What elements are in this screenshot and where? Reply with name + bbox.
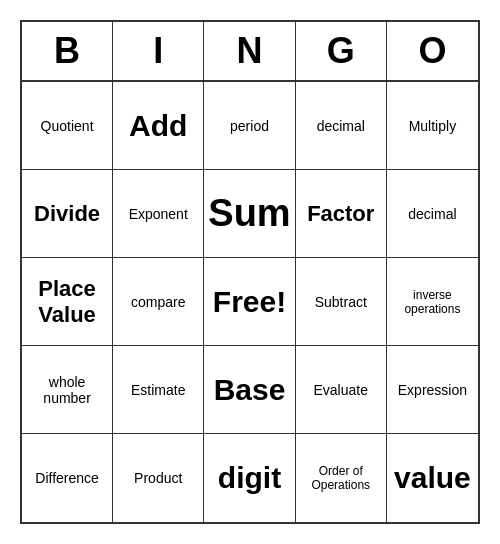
- bingo-cell: Multiply: [387, 82, 478, 170]
- bingo-cell: Place Value: [22, 258, 113, 346]
- header-letter: B: [22, 22, 113, 80]
- header-letter: I: [113, 22, 204, 80]
- bingo-card: BINGO QuotientAddperioddecimalMultiplyDi…: [20, 20, 480, 524]
- bingo-cell: decimal: [387, 170, 478, 258]
- bingo-cell: Sum: [204, 170, 295, 258]
- bingo-cell: Factor: [296, 170, 387, 258]
- bingo-grid: QuotientAddperioddecimalMultiplyDivideEx…: [22, 82, 478, 522]
- bingo-cell: Order of Operations: [296, 434, 387, 522]
- bingo-cell: Product: [113, 434, 204, 522]
- bingo-cell: Quotient: [22, 82, 113, 170]
- bingo-header: BINGO: [22, 22, 478, 82]
- bingo-cell: value: [387, 434, 478, 522]
- bingo-cell: Subtract: [296, 258, 387, 346]
- bingo-cell: decimal: [296, 82, 387, 170]
- bingo-cell: compare: [113, 258, 204, 346]
- header-letter: N: [204, 22, 295, 80]
- bingo-cell: Base: [204, 346, 295, 434]
- bingo-cell: digit: [204, 434, 295, 522]
- bingo-cell: Free!: [204, 258, 295, 346]
- bingo-cell: Difference: [22, 434, 113, 522]
- bingo-cell: Estimate: [113, 346, 204, 434]
- bingo-cell: Expression: [387, 346, 478, 434]
- bingo-cell: inverse operations: [387, 258, 478, 346]
- bingo-cell: Evaluate: [296, 346, 387, 434]
- bingo-cell: period: [204, 82, 295, 170]
- header-letter: O: [387, 22, 478, 80]
- header-letter: G: [296, 22, 387, 80]
- bingo-cell: Add: [113, 82, 204, 170]
- bingo-cell: Exponent: [113, 170, 204, 258]
- bingo-cell: Divide: [22, 170, 113, 258]
- bingo-cell: whole number: [22, 346, 113, 434]
